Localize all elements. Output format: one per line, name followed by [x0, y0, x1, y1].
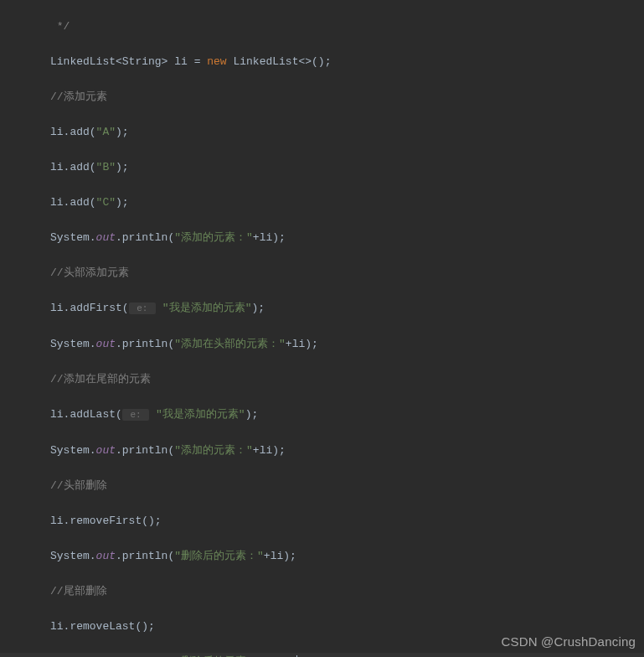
code-line: System.out.println("删除后的元素："+li);: [50, 547, 644, 565]
code-line: //头部添加元素: [50, 264, 644, 282]
code-line: LinkedList<String> li = new LinkedList<>…: [50, 53, 644, 70]
code-line: System.out.println("添加的元素："+li);: [50, 442, 644, 459]
code-line: li.add("B");: [50, 158, 644, 176]
code-line: //添加元素: [50, 88, 644, 106]
code-line: */: [50, 18, 644, 35]
code-line: System.out.println("添加在头部的元素："+li);: [50, 335, 644, 353]
code-line: li.addFirst( e: "我是添加的元素");: [50, 299, 644, 318]
code-editor[interactable]: */ LinkedList<String> li = new LinkedLis…: [0, 0, 644, 657]
code-line-active: System.out.println("删除后的元素："+li);: [0, 653, 644, 657]
code-line: li.removeFirst();: [50, 512, 644, 530]
watermark-label: CSDN @CrushDancing: [501, 633, 636, 650]
code-line: System.out.println("添加的元素："+li);: [50, 229, 644, 246]
code-line: li.add("A");: [50, 123, 644, 141]
code-line: li.addLast( e: "我是添加的元素");: [50, 406, 644, 424]
code-line: //头部删除: [50, 477, 644, 494]
code-line: //添加在尾部的元素: [50, 370, 644, 388]
param-hint: e:: [122, 409, 149, 421]
param-hint: e:: [129, 303, 156, 314]
code-line: //尾部删除: [50, 582, 644, 600]
code-line: li.add("C");: [50, 194, 644, 211]
